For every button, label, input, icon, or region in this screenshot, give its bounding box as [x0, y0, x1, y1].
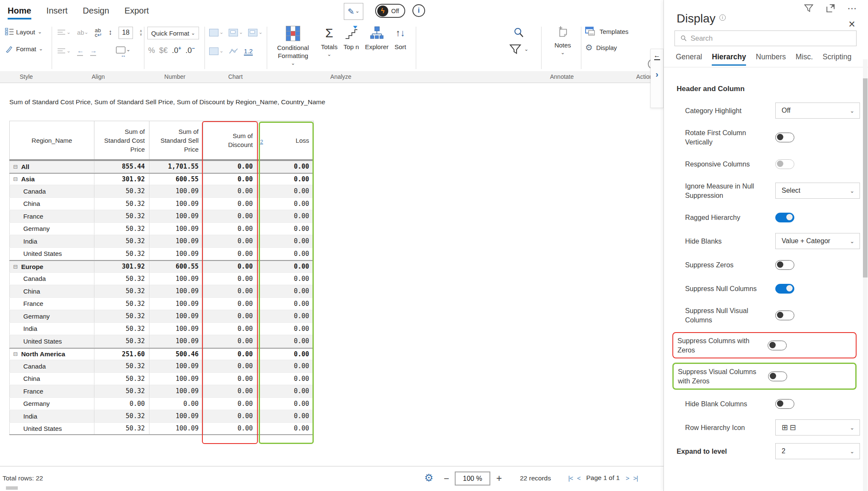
panel-filter-icon[interactable]	[804, 4, 814, 13]
realtime-off-toggle[interactable]: ϟ Off	[375, 4, 405, 18]
setting-dropdown[interactable]: 2⌄	[775, 443, 860, 459]
table-row[interactable]: ⊟North America251.60500.460.000.00	[9, 348, 314, 361]
grid-settings-gear-icon[interactable]: ⚙	[424, 472, 434, 484]
table-row[interactable]: ⊟Asia301.92600.550.000.00	[9, 173, 314, 186]
collapse-icon[interactable]: ⊟	[13, 176, 18, 182]
table-row[interactable]: China50.32100.090.000.00	[9, 285, 314, 298]
column-header-loss[interactable]: .2 Loss	[257, 121, 314, 159]
chart-layout-button[interactable]	[248, 29, 263, 36]
close-icon[interactable]: ×	[849, 19, 855, 30]
panel-scrollbar-thumb[interactable]	[863, 78, 868, 277]
notes-button[interactable]: Notes	[554, 26, 571, 57]
setting-toggle[interactable]	[775, 159, 794, 169]
app-tab-home[interactable]: Home	[8, 6, 31, 19]
horizontal-scrollbar[interactable]	[6, 486, 18, 490]
templates-button[interactable]: Templates	[585, 23, 661, 39]
panel-expand-icon[interactable]	[826, 3, 835, 13]
pager-last-button[interactable]: >|	[633, 474, 638, 482]
table-row[interactable]: Canada50.32100.090.000.00	[9, 273, 314, 286]
setting-dropdown[interactable]: Select⌄	[775, 183, 860, 199]
panel-tab-numbers[interactable]: Numbers	[756, 53, 786, 66]
column-header-region[interactable]: Region_Name	[9, 121, 94, 159]
panel-tab-misc[interactable]: Misc.	[796, 53, 813, 66]
setting-toggle[interactable]	[775, 260, 794, 270]
table-row[interactable]: China50.32100.090.000.00	[9, 373, 314, 386]
table-row[interactable]: China50.32100.090.000.00	[9, 198, 314, 211]
table-row[interactable]: France50.32100.090.000.00	[9, 210, 314, 223]
setting-dropdown[interactable]: ⊞⊟⌄	[775, 419, 860, 436]
column-header-sell[interactable]: Sum of Standard Sell Price	[149, 121, 203, 159]
setting-toggle[interactable]	[775, 284, 794, 294]
table-row[interactable]: United States50.32100.090.000.00	[9, 423, 314, 436]
zoom-level-input[interactable]: 100 %	[455, 472, 490, 485]
column-header-discount[interactable]: Sum of Discount	[203, 121, 257, 159]
edit-mode-button[interactable]: ✎	[344, 3, 363, 20]
pager-next-button[interactable]: >	[626, 474, 629, 482]
line-chart-icon[interactable]	[229, 47, 239, 55]
quick-format-dropdown[interactable]: Quick Format	[147, 27, 199, 39]
number-format-symbol[interactable]: .0+	[172, 45, 181, 55]
sort-button[interactable]: ↑↓ Sort	[395, 26, 406, 67]
pager-prev-button[interactable]: <	[577, 474, 581, 482]
collapse-icon[interactable]: ⊟	[13, 264, 18, 270]
column-width-button[interactable]: ↔	[116, 46, 130, 57]
display-button[interactable]: ⚙ Display	[585, 39, 661, 55]
panel-more-icon[interactable]: ⋯	[847, 5, 857, 12]
indent-decrease-button[interactable]: ←	[77, 47, 84, 56]
vertical-align-button[interactable]	[58, 47, 71, 55]
setting-toggle[interactable]	[768, 372, 787, 381]
format-button[interactable]: Format	[3, 40, 51, 57]
totals-button[interactable]: Σ Totals	[321, 26, 337, 67]
chart-hierarchy-button[interactable]	[229, 29, 243, 36]
text-style-button[interactable]: ab	[77, 29, 88, 36]
table-row[interactable]: ⊟Europe301.92600.550.000.00	[9, 260, 314, 273]
info-icon[interactable]: i	[412, 4, 425, 17]
setting-toggle[interactable]	[775, 213, 794, 222]
panel-tab-scripting[interactable]: Scripting	[823, 53, 851, 66]
column-header-cost[interactable]: Sum of Standard Cost Price	[94, 121, 149, 159]
panel-tab-general[interactable]: General	[676, 53, 702, 66]
table-row[interactable]: Canada50.32100.090.000.00	[9, 185, 314, 198]
setting-toggle[interactable]	[775, 311, 794, 320]
explorer-button[interactable]: Explorer	[365, 26, 389, 67]
expand-panel-icon[interactable]: ›	[655, 69, 658, 79]
font-size-stepper[interactable]: ∧∨	[139, 29, 142, 36]
table-row[interactable]: France50.32100.090.000.00	[9, 298, 314, 311]
table-row[interactable]: ⊟All855.441,701.550.000.00	[9, 160, 314, 173]
collapse-ribbon-icon[interactable]: ←	[654, 53, 661, 58]
decimal-places-button[interactable]: 1.2	[244, 47, 253, 55]
table-row[interactable]: Germany50.32100.090.000.00	[9, 310, 314, 323]
collapse-icon[interactable]: ⊟	[13, 164, 18, 170]
table-row[interactable]: France50.32100.090.000.00	[9, 385, 314, 398]
table-view-button[interactable]	[209, 47, 224, 55]
table-row[interactable]: Canada50.32100.090.000.00	[9, 360, 314, 373]
number-format-symbol[interactable]: %	[148, 46, 155, 55]
layout-button[interactable]: Layout	[3, 23, 51, 40]
app-tab-insert[interactable]: Insert	[47, 6, 68, 19]
table-row[interactable]: Germany0.000.000.000.00	[9, 398, 314, 411]
setting-dropdown[interactable]: Off⌄	[775, 103, 860, 119]
number-format-symbol[interactable]: .0−	[185, 45, 195, 55]
pager-first-button[interactable]: |<	[568, 474, 573, 482]
table-row[interactable]: United States50.32100.090.000.00	[9, 335, 314, 348]
table-row[interactable]: India50.32100.090.000.00	[9, 323, 314, 336]
conditional-formatting-button[interactable]: Conditional Formatting	[271, 26, 315, 67]
setting-toggle[interactable]	[775, 133, 794, 142]
panel-tab-hierarchy[interactable]: Hierarchy	[712, 53, 746, 66]
table-row[interactable]: United States50.32100.090.000.00	[9, 248, 314, 261]
table-row[interactable]: India50.32100.090.000.00	[9, 235, 314, 248]
zoom-out-button[interactable]: −	[444, 473, 449, 484]
setting-toggle[interactable]	[768, 341, 787, 350]
top-n-button[interactable]: Top n	[343, 26, 359, 67]
setting-toggle[interactable]	[775, 399, 794, 409]
collapse-icon[interactable]: ⊟	[13, 351, 18, 357]
search-input[interactable]	[691, 34, 843, 42]
setting-dropdown[interactable]: Value + Categor⌄	[775, 233, 860, 249]
search-icon[interactable]	[513, 27, 525, 39]
chart-type-button[interactable]	[209, 29, 224, 36]
app-tab-design[interactable]: Design	[83, 6, 109, 19]
table-row[interactable]: India50.32100.090.000.00	[9, 410, 314, 423]
table-row[interactable]: Germany50.32100.090.000.00	[9, 223, 314, 236]
zoom-in-button[interactable]: +	[496, 473, 502, 484]
app-tab-export[interactable]: Export	[124, 6, 149, 19]
